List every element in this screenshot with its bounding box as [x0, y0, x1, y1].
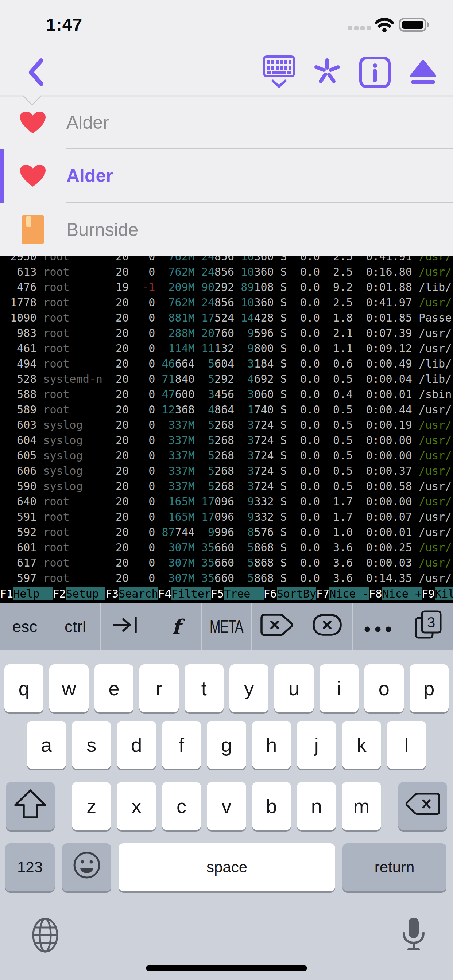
htop-function-key-bar[interactable]: F1Help F2Setup F3SearchF4FilterF5Tree F6…: [0, 586, 453, 601]
function-key[interactable]: f: [151, 603, 201, 650]
backspace-icon: [405, 792, 440, 819]
key-i[interactable]: i: [319, 664, 359, 713]
key-w[interactable]: w: [49, 664, 88, 713]
space-key[interactable]: space: [118, 843, 335, 891]
process-row: 597 root 20 0 307M 35660 5868 S 0.0 3.6 …: [4, 571, 453, 586]
key-label: esc: [13, 617, 37, 636]
globe-icon: [31, 918, 59, 954]
process-row: 528 systemd-n 20 0 71840 5292 4692 S 0.0…: [4, 372, 453, 387]
heart-icon: [19, 164, 47, 188]
process-row: 592 root 20 0 87744 9996 8576 S 0.0 1.0 …: [4, 525, 453, 540]
tab-key[interactable]: [100, 603, 150, 650]
microphone-icon: [402, 917, 426, 954]
key-j[interactable]: j: [297, 721, 336, 769]
pages-icon: 3: [414, 610, 442, 643]
key-o[interactable]: o: [364, 664, 404, 713]
process-row: 591 root 20 0 165M 17096 9332 S 0.0 1.7 …: [4, 509, 453, 525]
key-y[interactable]: y: [230, 664, 268, 713]
process-row: 590 syslog 20 0 337M 5268 3724 S 0.0 0.5…: [4, 479, 453, 494]
process-row: 605 syslog 20 0 337M 5268 3724 S 0.0 0.5…: [4, 448, 453, 463]
top-area: 1:47: [0, 0, 453, 96]
process-row: 601 root 20 0 307M 35660 5868 S 0.0 3.6 …: [4, 540, 453, 555]
key-m[interactable]: m: [342, 782, 381, 830]
process-row: 640 root 20 0 165M 17096 9332 S 0.0 1.7 …: [4, 494, 453, 509]
battery-icon: [399, 18, 431, 33]
host-row-alder[interactable]: Alder: [0, 96, 453, 149]
eject-icon: [408, 59, 438, 87]
keyboard: qwertyuiopasdfghjklzxcvbnm123spacereturn: [0, 650, 453, 980]
dismiss-keyboard-button[interactable]: [262, 56, 297, 91]
key-n[interactable]: n: [297, 782, 336, 830]
key-p[interactable]: p: [410, 664, 449, 713]
key-g[interactable]: g: [207, 721, 246, 769]
key-q[interactable]: q: [4, 664, 43, 713]
key-u[interactable]: u: [274, 664, 313, 713]
host-name: Burnside: [66, 219, 138, 240]
meta-key[interactable]: META: [201, 603, 251, 650]
process-row: 983 root 20 0 288M 20760 9596 S 0.0 2.1 …: [4, 326, 453, 341]
info-button[interactable]: [357, 56, 392, 91]
delete-forward-key[interactable]: [251, 603, 301, 650]
key-r[interactable]: r: [139, 664, 179, 713]
key-label: ctrl: [65, 617, 86, 636]
clear-icon: [313, 614, 342, 640]
keyboard-accessory-bar: escctrlfMETA3: [0, 603, 453, 650]
terminal[interactable]: 2950 root 20 0 762M 24856 10360 S 0.0 2.…: [0, 256, 453, 603]
key-label: f: [172, 615, 180, 639]
key-s[interactable]: s: [72, 721, 111, 769]
clear-key[interactable]: [301, 603, 352, 650]
eject-button[interactable]: [405, 56, 440, 91]
process-row: 1090 root 20 0 881M 17524 14428 S 0.0 1.…: [4, 310, 453, 326]
key-l[interactable]: l: [387, 721, 426, 769]
ellipsis-icon: [364, 617, 391, 636]
host-name: Alder: [66, 165, 113, 186]
app-screen: 1:47: [0, 0, 453, 980]
shift-key[interactable]: [6, 782, 55, 830]
home-indicator[interactable]: [146, 966, 307, 971]
cellular-signal-icon: [348, 25, 372, 32]
numbers-key[interactable]: 123: [5, 843, 55, 891]
key-f[interactable]: f: [162, 721, 201, 769]
key-v[interactable]: v: [207, 782, 246, 830]
key-a[interactable]: a: [27, 721, 66, 769]
process-table: 2950 root 20 0 762M 24856 10360 S 0.0 2.…: [4, 256, 453, 586]
key-x[interactable]: x: [117, 782, 156, 830]
process-row: 1778 root 20 0 762M 24856 10360 S 0.0 2.…: [4, 295, 453, 310]
process-row: 2950 root 20 0 762M 24856 10360 S 0.0 2.…: [4, 256, 453, 264]
emoji-key[interactable]: [62, 843, 111, 891]
process-row: 613 root 20 0 762M 24856 10360 S 0.0 2.5…: [4, 264, 453, 280]
more-key[interactable]: [353, 603, 403, 650]
host-list: AlderAlderBurnside: [0, 96, 453, 256]
key-z[interactable]: z: [72, 782, 111, 830]
status-time: 1:47: [46, 14, 83, 35]
info-icon: [359, 57, 391, 89]
keyboard-dismiss-icon: [263, 56, 295, 91]
svg-text:3: 3: [427, 614, 435, 630]
wifi-icon: [375, 18, 394, 34]
process-row: 461 root 20 0 114M 11132 9800 S 0.0 1.1 …: [4, 341, 453, 356]
package-icon: [19, 215, 47, 245]
key-e[interactable]: e: [94, 664, 134, 713]
key-k[interactable]: k: [342, 721, 381, 769]
process-row: 588 root 20 0 47600 3456 3060 S 0.0 0.4 …: [4, 387, 453, 402]
key-h[interactable]: h: [252, 721, 291, 769]
host-name: Alder: [66, 112, 109, 133]
return-key[interactable]: return: [343, 843, 447, 891]
key-c[interactable]: c: [162, 782, 201, 830]
clipboard-pages-key[interactable]: 3: [403, 603, 453, 650]
process-row: 476 root 19 -1 209M 90292 89108 S 0.0 9.…: [4, 280, 453, 295]
back-button[interactable]: [21, 56, 50, 91]
host-row-alder-selected[interactable]: Alder: [0, 149, 453, 203]
key-d[interactable]: d: [117, 721, 156, 769]
asterisk-button[interactable]: [309, 56, 345, 91]
host-row-burnside[interactable]: Burnside: [0, 203, 453, 256]
key-b[interactable]: b: [252, 782, 291, 830]
heart-icon: [19, 110, 47, 135]
ctrl-key[interactable]: ctrl: [49, 603, 100, 650]
process-row: 603 syslog 20 0 337M 5268 3724 S 0.0 0.5…: [4, 417, 453, 433]
backspace-key[interactable]: [398, 782, 447, 830]
esc-key[interactable]: esc: [0, 603, 49, 650]
globe-key[interactable]: [30, 919, 60, 953]
dictation-key[interactable]: [400, 918, 427, 953]
key-t[interactable]: t: [185, 664, 223, 713]
